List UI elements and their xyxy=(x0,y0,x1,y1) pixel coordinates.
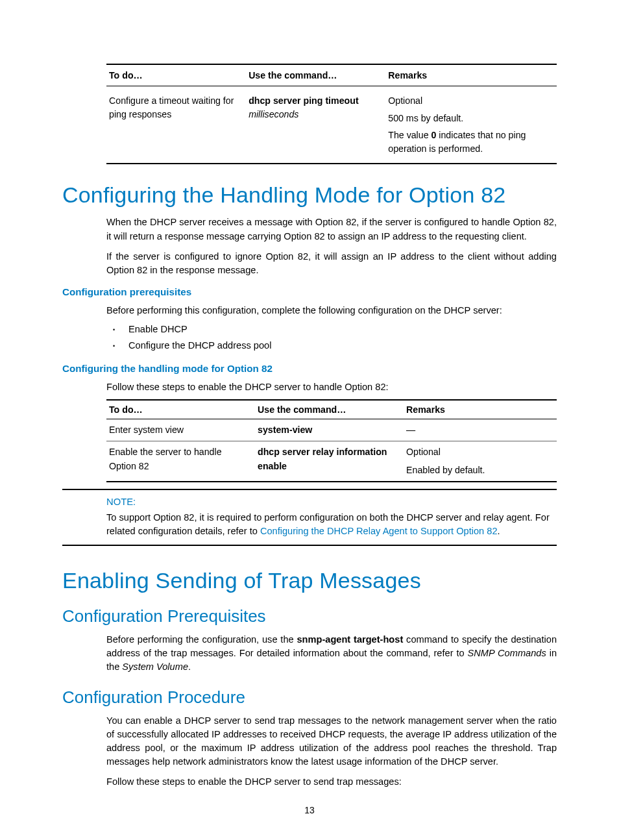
table-row: To do… Use the command… Remarks xyxy=(106,400,557,419)
remark-line: The value 0 indicates that no ping opera… xyxy=(388,129,553,155)
cmd-bold: dhcp server ping timeout xyxy=(249,95,359,106)
subheading-prereq: Configuration prerequisites xyxy=(62,286,557,297)
subheading-procedure: Configuration Procedure xyxy=(62,687,557,708)
col-cmd: Use the command… xyxy=(246,64,385,86)
cell-remarks: Optional Enabled by default. xyxy=(404,441,557,482)
cell-todo: Configure a timeout waiting for ping res… xyxy=(106,86,246,164)
col-cmd: Use the command… xyxy=(255,400,404,419)
table-row: Configure a timeout waiting for ping res… xyxy=(106,86,557,164)
list-item: Configure the DHCP address pool xyxy=(106,338,557,354)
cell-cmd: dhcp server relay information enable xyxy=(255,441,404,482)
subheading-config-mode: Configuring the handling mode for Option… xyxy=(62,363,557,374)
body-text: You can enable a DHCP server to send tra… xyxy=(106,714,557,769)
col-todo: To do… xyxy=(106,64,246,86)
page-number: 13 xyxy=(0,805,619,815)
body-text: Before performing the configuration, use… xyxy=(106,633,557,674)
body-text: When the DHCP server receives a message … xyxy=(106,216,557,243)
table-row: Enter system view system-view — xyxy=(106,419,557,441)
cell-remarks: — xyxy=(404,419,557,441)
command-table-1: To do… Use the command… Remarks Configur… xyxy=(106,64,557,164)
heading-option82: Configuring the Handling Mode for Option… xyxy=(62,182,557,208)
remark-line: 500 ms by default. xyxy=(388,112,553,125)
subheading-prereq2: Configuration Prerequisites xyxy=(62,606,557,626)
note-link[interactable]: Configuring the DHCP Relay Agent to Supp… xyxy=(260,526,498,536)
note-label: NOTE: xyxy=(106,497,557,507)
col-todo: To do… xyxy=(106,400,255,419)
cell-cmd: dhcp server ping timeout milliseconds xyxy=(246,86,385,164)
note-text: To support Option 82, it is required to … xyxy=(106,511,557,538)
remark-line: Enabled by default. xyxy=(406,463,553,477)
cell-todo: Enable the server to handle Option 82 xyxy=(106,441,255,482)
table-row: To do… Use the command… Remarks xyxy=(106,64,557,86)
command-table-2: To do… Use the command… Remarks Enter sy… xyxy=(106,399,557,482)
cell-remarks: Optional 500 ms by default. The value 0 … xyxy=(385,86,557,164)
body-text: If the server is configured to ignore Op… xyxy=(106,250,557,277)
bullet-list: Enable DHCP Configure the DHCP address p… xyxy=(106,321,557,354)
cell-todo: Enter system view xyxy=(106,419,255,441)
remark-line: Optional xyxy=(406,445,553,459)
note-block: NOTE: To support Option 82, it is requir… xyxy=(62,489,557,546)
cell-cmd: system-view xyxy=(255,419,404,441)
col-remarks: Remarks xyxy=(404,400,557,419)
body-text: Follow these steps to enable the DHCP se… xyxy=(106,380,557,394)
table-row: Enable the server to handle Option 82 dh… xyxy=(106,441,557,482)
remark-line: Optional xyxy=(388,94,553,108)
cmd-ital: milliseconds xyxy=(249,109,298,119)
heading-trap: Enabling Sending of Trap Messages xyxy=(62,568,557,593)
body-text: Follow these steps to enable the DHCP se… xyxy=(106,775,557,789)
col-remarks: Remarks xyxy=(385,64,557,86)
list-item: Enable DHCP xyxy=(106,321,557,338)
body-text: Before performing this configuration, co… xyxy=(106,304,557,317)
